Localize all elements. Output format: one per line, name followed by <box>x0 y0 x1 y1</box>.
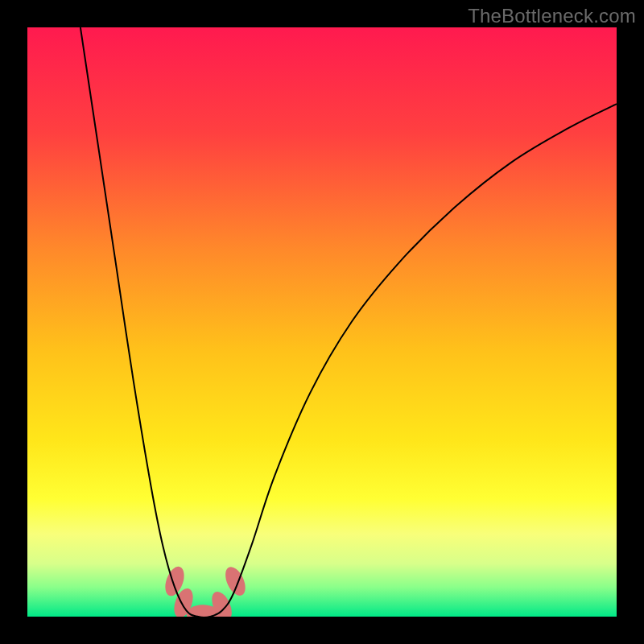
watermark-label: TheBottleneck.com <box>468 5 636 27</box>
bottleneck-curve <box>80 27 617 617</box>
chart-frame: TheBottleneck.com <box>0 0 644 644</box>
highlight-right-b <box>221 564 250 599</box>
plot-area <box>27 27 617 617</box>
curve-layer <box>27 27 617 617</box>
highlight-markers <box>162 564 250 617</box>
